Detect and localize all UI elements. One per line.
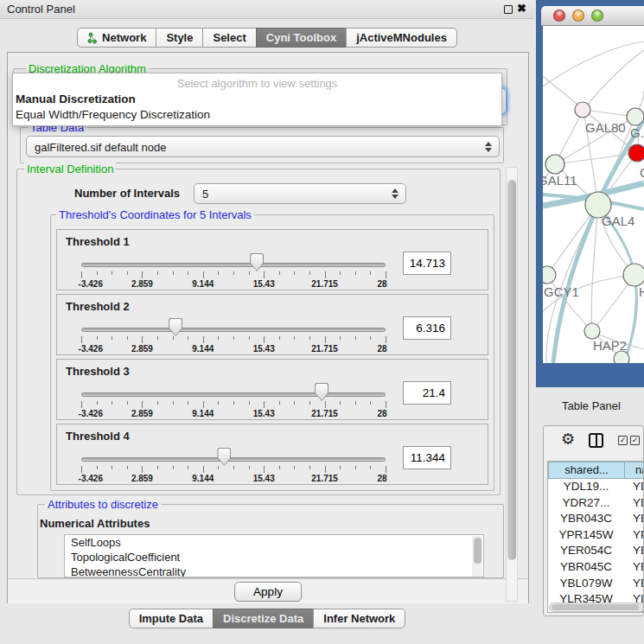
attribute-item[interactable]: BetweennessCentrality [65,564,483,577]
table-horizontal-scrollbar[interactable] [549,603,644,612]
slider-thumb[interactable] [250,253,264,271]
tick-label: 21.715 [311,409,338,418]
tick-mark [294,401,295,405]
network-node-label: GAL80 [585,120,626,135]
table-cell-shared-name: YDR27... [548,495,624,512]
table-row[interactable]: YBR045CYBR0 [548,559,644,576]
algorithm-option[interactable]: Equal Width/Frequency Discretization [16,108,210,121]
tab-style[interactable]: Style [156,28,203,48]
attribute-item[interactable]: SelfLoops [65,535,483,550]
tick-label: 28 [378,344,387,354]
tick-mark [218,271,219,275]
gear-icon[interactable]: ⚙ [561,430,575,449]
attribute-item[interactable]: TopologicalCoefficient [65,550,483,564]
tab-network[interactable]: Network [77,28,156,48]
tick-mark [233,271,234,275]
tick-label: 28 [378,279,387,289]
apply-button[interactable]: Apply [234,582,302,602]
column-header-name[interactable]: na [624,462,644,479]
close-icon[interactable]: ✖ [517,2,526,15]
tick-mark [97,336,98,340]
tab-label: Infer Network [323,609,395,628]
threshold-value-input[interactable] [403,252,451,275]
tick-label: 9.144 [192,344,214,354]
control-panel-title: Control Panel [7,3,75,16]
network-node[interactable] [584,323,600,339]
attributes-scrollbar[interactable] [472,536,482,577]
network-node[interactable] [545,155,564,174]
checkbox-icon[interactable]: ✓ [630,436,640,445]
tick-mark [355,401,356,405]
slider-thumb[interactable] [315,383,328,401]
tick-mark [218,401,219,405]
tab-jactivemnodules[interactable]: jActiveMNodules [346,28,457,48]
network-node[interactable] [628,144,644,162]
tick-mark [157,401,158,405]
panel-vertical-scrollbar-thumb[interactable] [507,180,516,560]
tick-mark [279,271,280,275]
tab-cyni-toolbox[interactable]: Cyni Toolbox [256,28,347,48]
close-traffic-light[interactable] [553,10,565,22]
tick-mark [355,271,356,275]
table-rows: YDL19...YDL1YDR27...YDR2YBR043CYBR0YPR14… [548,479,644,613]
slider-ticks [81,336,386,344]
minimize-traffic-light[interactable] [572,10,584,22]
slider-track[interactable] [81,457,386,462]
threshold-label: Threshold 4 [66,430,130,443]
network-node[interactable] [623,264,644,286]
slider-thumb[interactable] [169,318,182,336]
tick-mark [355,466,356,469]
panel-vertical-scrollbar[interactable] [506,167,518,602]
network-node[interactable] [575,102,590,118]
algorithm-option[interactable]: Manual Discretization [16,92,136,105]
slider-track[interactable] [81,328,386,332]
threshold-value-input[interactable] [403,446,451,469]
tick-mark [386,466,386,473]
tick-mark [340,401,341,405]
slider-track[interactable] [81,263,386,267]
tick-mark [127,401,128,405]
table-row[interactable]: YBR043CYBR0 [548,511,644,527]
table-horizontal-scrollbar-thumb[interactable] [552,604,639,610]
attributes-group: Attributes to discretize Numerical Attri… [37,504,504,578]
columns-icon[interactable] [589,433,603,448]
threshold-value-input[interactable] [403,381,451,405]
table-row[interactable]: YDR27...YDR2 [548,495,644,512]
threshold-label: Threshold 1 [66,235,130,248]
network-window-titlebar[interactable] [541,6,644,26]
tick-mark [309,271,310,275]
tick-label: 2.859 [131,279,153,289]
network-canvas[interactable]: GAL80G.CGAL11GAL4GCY1HHAP2 [543,26,644,363]
network-node[interactable] [614,351,629,363]
tab-infer-network[interactable]: Infer Network [313,609,405,628]
attributes-scrollbar-thumb[interactable] [474,538,481,564]
zoom-traffic-light[interactable] [591,10,603,22]
tick-mark [264,271,265,278]
network-node-label: G. [630,125,644,140]
table-row[interactable]: YER054CYER0 [548,543,644,559]
tick-mark [218,336,219,340]
table-row[interactable]: YDL19...YDL1 [548,479,644,495]
slider-track[interactable] [81,392,386,397]
tab-label: jActiveMNodules [356,29,447,47]
tab-select[interactable]: Select [202,28,256,48]
table-data-combo[interactable]: galFiltered.sif default node [26,136,500,157]
table-cell-name: YER0 [633,543,644,559]
checkbox-icon[interactable]: ✓ [618,436,628,445]
threshold-value-input[interactable] [403,316,451,340]
num-intervals-combo[interactable]: 5 [194,183,406,204]
tab-impute-data[interactable]: Impute Data [129,609,214,628]
tick-label: 2.859 [131,344,153,354]
network-node[interactable] [627,108,644,125]
tick-mark [112,336,112,340]
tick-mark [142,271,143,278]
table-row[interactable]: YPR145WYPR1 [548,527,644,544]
table-row[interactable]: YBL079WYBL0 [548,576,644,592]
tab-discretize-data[interactable]: Discretize Data [213,609,314,628]
float-icon[interactable] [504,5,513,14]
slider-ticks [81,401,386,409]
column-header-shared-name[interactable]: shared... [548,462,625,479]
slider-thumb[interactable] [217,448,231,466]
tick-mark [97,401,98,405]
network-node[interactable] [543,266,556,284]
